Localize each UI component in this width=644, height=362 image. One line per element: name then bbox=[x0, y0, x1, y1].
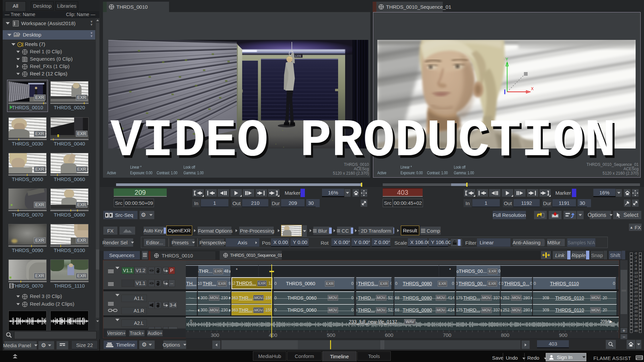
svg-text:1209: 1209 bbox=[295, 54, 301, 58]
svg-text:X: X bbox=[531, 86, 534, 91]
svg-text:Y: Y bbox=[505, 57, 508, 62]
